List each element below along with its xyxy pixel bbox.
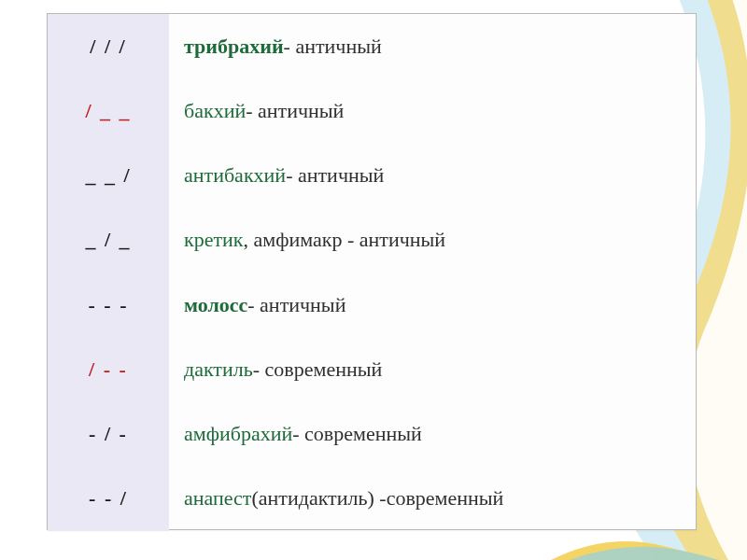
description-cell: трибрахий - античный [169, 35, 696, 59]
description-cell: бакхий - античный [169, 99, 696, 123]
symbol-cell: - / - [48, 402, 169, 467]
description-cell: кретик, амфимакр - античный [169, 228, 696, 252]
term: кретик [184, 228, 244, 252]
description-cell: молосс - античный [169, 293, 696, 317]
rest-text: (антидактиль) -современный [251, 486, 503, 511]
rest-text: - античный [246, 99, 344, 123]
description-cell: дактиль - современный [169, 357, 696, 382]
table-row: - / - амфибрахий - современный [48, 402, 696, 467]
table-row: / / / трибрахий - античный [48, 14, 696, 78]
rest-text: - античный [284, 35, 382, 59]
rest-text: - современный [253, 357, 383, 382]
symbol-cell: / - - [48, 337, 169, 401]
symbol-cell: _ _ / [48, 144, 169, 208]
description-cell: антибакхий - античный [169, 163, 696, 188]
term: антибакхий [184, 163, 286, 188]
symbol-cell: - - / [48, 467, 169, 531]
symbol-cell: _ / _ [48, 208, 169, 273]
rest-text: , амфимакр - античный [244, 228, 446, 252]
table-row: _ / _ кретик, амфимакр - античный [48, 208, 696, 273]
metric-feet-table: / / / трибрахий - античный / _ _ бакхий … [47, 13, 697, 530]
term: трибрахий [184, 35, 284, 59]
symbol-cell: - - - [48, 273, 169, 337]
table-row: / _ _ бакхий - античный [48, 78, 696, 143]
term: амфибрахий [184, 422, 292, 446]
symbol-cell: / _ _ [48, 78, 169, 143]
table-row: - - / анапест (антидактиль) -современный [48, 467, 696, 531]
table-row: / - - дактиль - современный [48, 337, 696, 401]
description-cell: амфибрахий - современный [169, 422, 696, 446]
term: молосс [184, 293, 247, 317]
rest-text: - античный [286, 163, 384, 188]
term: анапест [184, 486, 251, 511]
description-cell: анапест (антидактиль) -современный [169, 486, 696, 511]
table-row: - - - молосс - античный [48, 273, 696, 337]
rest-text: - современный [292, 422, 422, 446]
table-row: _ _ / антибакхий - античный [48, 144, 696, 208]
term: бакхий [184, 99, 246, 123]
symbol-cell: / / / [48, 14, 169, 78]
rest-text: - античный [247, 293, 345, 317]
term: дактиль [184, 357, 253, 382]
